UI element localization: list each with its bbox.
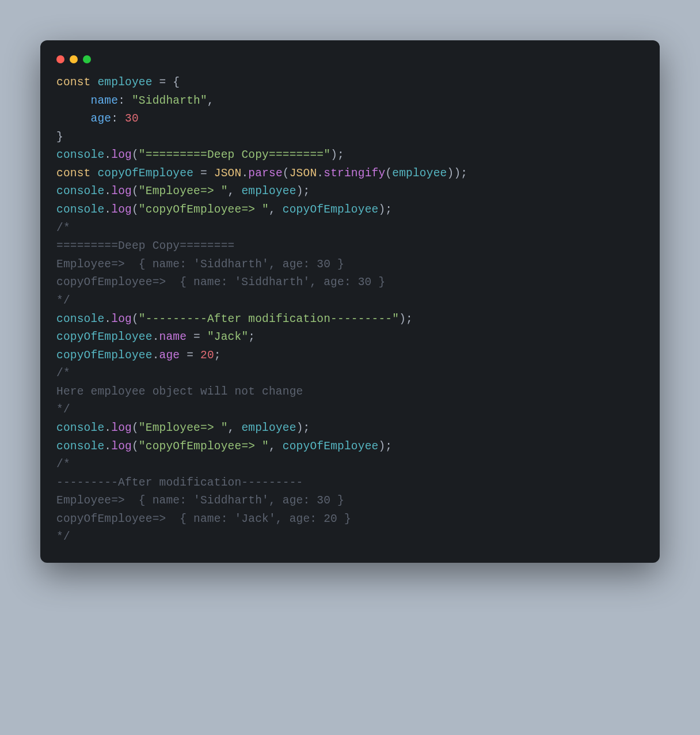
property-age: age	[91, 112, 112, 125]
method-log: log	[111, 149, 132, 161]
dot-operator: .	[317, 167, 324, 180]
string-after-mod: "---------After modification---------"	[139, 313, 399, 325]
string-siddharth: "Siddharth"	[132, 94, 207, 107]
operator-equals: =	[187, 331, 207, 343]
window-titlebar	[56, 52, 644, 74]
semicolon: ;	[248, 331, 255, 343]
identifier-copyemp: copyOfEmployee	[56, 349, 153, 362]
paren-open: (	[132, 203, 139, 216]
operator-equals: =	[180, 349, 200, 362]
comment-line: Here employee object will not change	[56, 385, 303, 398]
comma: ,	[269, 440, 283, 453]
dot-operator: .	[104, 440, 111, 453]
method-stringify: stringify	[324, 167, 385, 180]
paren-open: (	[385, 167, 392, 180]
semicolon: ;	[461, 167, 467, 180]
paren-close: )	[296, 422, 303, 434]
number-20: 20	[200, 349, 214, 362]
maximize-icon[interactable]	[83, 55, 91, 63]
comma: ,	[269, 203, 283, 216]
close-icon[interactable]	[56, 55, 64, 63]
identifier-console: console	[56, 203, 104, 216]
indent	[56, 112, 91, 125]
string-employee-label: "Employee=> "	[139, 422, 228, 434]
class-json: JSON	[214, 167, 242, 180]
identifier-copyemp: copyOfEmployee	[97, 167, 193, 180]
comment-line: /*	[56, 222, 70, 234]
comment-line: */	[56, 531, 70, 543]
method-log: log	[111, 422, 132, 434]
identifier-employee: employee	[97, 76, 152, 89]
paren-open: (	[132, 313, 139, 325]
operator-equals: =	[153, 76, 173, 89]
dot-operator: .	[104, 149, 111, 161]
comment-line: ---------After modification---------	[56, 476, 303, 489]
identifier-console: console	[56, 149, 104, 161]
semicolon: ;	[303, 185, 310, 198]
method-parse: parse	[248, 167, 283, 180]
identifier-copyemp: copyOfEmployee	[283, 440, 379, 453]
paren-open: (	[132, 422, 139, 434]
class-json: JSON	[290, 167, 317, 180]
semicolon: ;	[303, 422, 310, 434]
paren-open: (	[132, 149, 139, 161]
method-log: log	[111, 185, 132, 198]
dot-operator: .	[104, 203, 111, 216]
identifier-employee: employee	[392, 167, 447, 180]
string-jack: "Jack"	[207, 331, 248, 343]
string-copyemp-label: "copyOfEmployee=> "	[139, 203, 269, 216]
semicolon: ;	[385, 440, 392, 453]
paren-open: (	[132, 440, 139, 453]
minimize-icon[interactable]	[70, 55, 78, 63]
paren-close: )	[378, 440, 385, 453]
comment-line: */	[56, 294, 70, 307]
paren-close: )	[447, 167, 454, 180]
comment-line: copyOfEmployee=> { name: 'Jack', age: 20…	[56, 513, 351, 525]
dot-operator: .	[153, 331, 159, 343]
colon: :	[111, 112, 125, 125]
paren-close: )	[330, 149, 337, 161]
identifier-employee: employee	[241, 422, 296, 434]
method-log: log	[111, 203, 132, 216]
string-copyemp-label: "copyOfEmployee=> "	[139, 440, 269, 453]
semicolon: ;	[214, 349, 221, 362]
paren-open: (	[283, 167, 290, 180]
property-name: name	[91, 94, 119, 107]
comment-line: copyOfEmployee=> { name: 'Siddharth', ag…	[56, 276, 385, 289]
paren-open: (	[132, 185, 139, 198]
identifier-employee: employee	[241, 185, 296, 198]
semicolon: ;	[337, 149, 344, 161]
keyword-const: const	[56, 167, 91, 180]
identifier-copyemp: copyOfEmployee	[56, 331, 153, 343]
operator-equals: =	[193, 167, 214, 180]
paren-close: )	[454, 167, 461, 180]
identifier-copyemp: copyOfEmployee	[283, 203, 379, 216]
comment-line: =========Deep Copy========	[56, 240, 234, 252]
comma: ,	[228, 422, 242, 434]
semicolon: ;	[406, 313, 413, 325]
brace-open: {	[173, 76, 180, 89]
code-window: const employee = { name: "Siddharth", ag…	[40, 40, 660, 563]
method-log: log	[111, 440, 132, 453]
comma: ,	[207, 94, 214, 107]
identifier-console: console	[56, 185, 104, 198]
comment-line: Employee=> { name: 'Siddharth', age: 30 …	[56, 494, 344, 507]
comma: ,	[228, 185, 242, 198]
property-age: age	[159, 349, 180, 362]
paren-close: )	[378, 203, 385, 216]
brace-close: }	[56, 131, 63, 143]
dot-operator: .	[104, 185, 111, 198]
string-employee-label: "Employee=> "	[139, 185, 228, 198]
comment-line: */	[56, 403, 70, 416]
dot-operator: .	[241, 167, 248, 180]
code-block: const employee = { name: "Siddharth", ag…	[56, 74, 644, 547]
paren-close: )	[296, 185, 303, 198]
keyword-const: const	[56, 76, 91, 89]
comment-line: Employee=> { name: 'Siddharth', age: 30 …	[56, 258, 344, 271]
dot-operator: .	[104, 422, 111, 434]
comment-line: /*	[56, 458, 70, 471]
colon: :	[118, 94, 132, 107]
identifier-console: console	[56, 440, 104, 453]
identifier-console: console	[56, 422, 104, 434]
indent	[56, 94, 91, 107]
